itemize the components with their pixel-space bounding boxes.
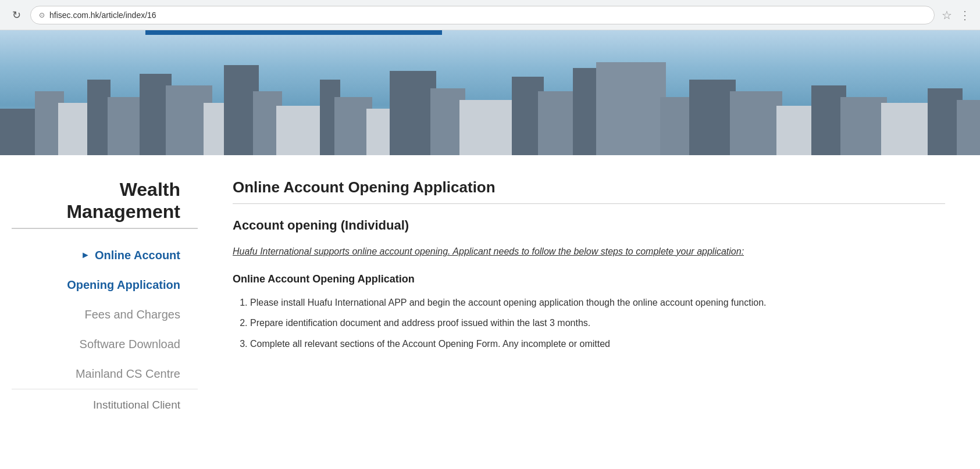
list-item: Please install Huafu International APP a…	[250, 295, 945, 310]
sidebar-label-software-download: Software Download	[80, 338, 180, 350]
sidebar-label-institutional: Institutional Client	[93, 399, 180, 411]
section-title: Account opening (Individual)	[233, 218, 945, 233]
list-item: Complete all relevant sections of the Ac…	[250, 336, 945, 352]
blue-banner-strip	[145, 30, 442, 35]
browser-menu-icon[interactable]: ⋮	[959, 8, 971, 22]
sidebar-item-online-account[interactable]: ► Online Account	[12, 241, 198, 270]
sidebar-item-mainland-cs[interactable]: Mainland CS Centre	[12, 359, 198, 389]
page-layout: Wealth Management ► Online Account Openi…	[0, 155, 980, 469]
sidebar-label-online-account: Online Account	[95, 249, 180, 262]
steps-list: Please install Huafu International APP a…	[233, 295, 945, 352]
url-text: hfisec.com.hk/article/index/16	[49, 10, 156, 20]
sidebar-label-fees-and-charges: Fees and Charges	[84, 308, 180, 321]
sub-section-title: Online Account Opening Application	[233, 273, 945, 285]
list-item: Prepare identification document and addr…	[250, 315, 945, 331]
arrow-right-icon: ►	[81, 250, 90, 260]
browser-toolbar: ↻ ⊙ hfisec.com.hk/article/index/16 ☆ ⋮	[0, 0, 980, 30]
skyline-graphic	[0, 62, 980, 155]
main-content-area: Online Account Opening Application Accou…	[209, 155, 980, 469]
hero-banner	[0, 30, 980, 155]
reload-button[interactable]: ↻	[9, 9, 23, 22]
sidebar-wealth-title: Wealth	[12, 178, 198, 201]
url-bar[interactable]: ⊙ hfisec.com.hk/article/index/16	[30, 6, 935, 24]
page-title: Online Account Opening Application	[233, 178, 945, 204]
security-icon: ⊙	[39, 11, 45, 19]
sidebar-label-opening-application: Opening Application	[67, 278, 180, 291]
bookmark-icon[interactable]: ☆	[942, 8, 952, 22]
intro-paragraph: Huafu International supports online acco…	[233, 244, 945, 259]
sidebar: Wealth Management ► Online Account Openi…	[0, 155, 209, 469]
sidebar-item-software-download[interactable]: Software Download	[12, 330, 198, 359]
sidebar-item-institutional[interactable]: Institutional Client	[12, 389, 198, 420]
sidebar-management-title: Management	[12, 201, 198, 228]
sidebar-item-fees-and-charges[interactable]: Fees and Charges	[12, 300, 198, 330]
sidebar-label-mainland-cs: Mainland CS Centre	[76, 367, 180, 380]
sidebar-item-opening-application[interactable]: Opening Application	[12, 270, 198, 300]
